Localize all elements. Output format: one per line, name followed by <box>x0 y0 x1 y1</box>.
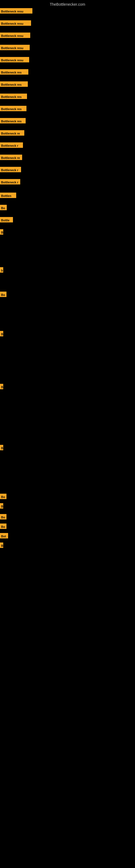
bar-item: Bottleneck r <box>0 179 20 184</box>
bar-label: B <box>0 503 3 508</box>
bar-item: B <box>0 445 3 450</box>
bar-item: Bottleneck res <box>0 69 28 74</box>
bar-label: Bottleneck re <box>0 130 24 135</box>
bar-item: Bottleneck r <box>0 143 23 148</box>
bar-item: Bottleneck res <box>0 106 27 111</box>
bar-label: B <box>0 331 3 336</box>
bar-item: Bottleneck resu <box>0 57 29 62</box>
bar-item: B <box>0 384 3 389</box>
bar-label: Bottleneck re <box>0 155 22 160</box>
bar-label: b <box>0 267 3 273</box>
bar-item: Bottlen <box>0 193 16 198</box>
bar-label: Bottleneck resu <box>0 57 29 62</box>
bar-item: Bottleneck resu <box>0 33 30 38</box>
bar-label: B <box>0 542 3 548</box>
bar-label: Bottleneck res <box>0 94 27 99</box>
bar-label: B <box>0 384 3 389</box>
bar-label: Bottleneck resu <box>0 33 30 38</box>
bar-label: Bo <box>0 205 7 210</box>
bar-label: Bottleneck resu <box>0 45 30 50</box>
bar-label: Bottleneck resu <box>0 8 32 13</box>
bar-item: B <box>0 542 3 548</box>
bar-item: B <box>0 229 3 235</box>
bar-label: Bottleneck res <box>0 69 28 74</box>
bar-label: Bot <box>0 533 8 538</box>
bar-item: Bo <box>0 494 6 499</box>
bar-item: Bo <box>0 524 6 529</box>
bar-label: Bo <box>0 514 6 520</box>
site-title: TheBottlenecker.com <box>0 0 135 9</box>
bar-item: Bo <box>0 205 7 210</box>
bar-item: b <box>0 267 3 273</box>
bar-label: Bo <box>0 524 6 529</box>
bar-item: Bottleneck res <box>0 118 26 123</box>
bar-label: Bottleneck r <box>0 143 23 148</box>
bar-label: Bottlen <box>0 193 16 198</box>
bar-item: Bottleneck resu <box>0 45 30 50</box>
bar-label: Bottleneck res <box>0 118 26 123</box>
bar-label: B <box>0 229 3 235</box>
bar-item: Bottleneck resu <box>0 20 31 26</box>
bar-label: Bottleneck res <box>0 82 28 87</box>
bar-item: Bo <box>0 291 6 297</box>
bar-item: B <box>0 331 3 336</box>
bar-item: Bottleneck r <box>0 167 21 172</box>
bar-item: Bo <box>0 514 6 520</box>
bar-label: Bo <box>0 494 6 499</box>
bar-item: B <box>0 503 3 508</box>
bar-label: Bottleneck r <box>0 167 21 172</box>
bar-item: Bottleneck resu <box>0 8 32 13</box>
bar-label: B <box>0 445 3 450</box>
bar-item: Bottleneck re <box>0 130 24 135</box>
bar-item: Bottle <box>0 217 13 222</box>
bar-label: Bottleneck resu <box>0 20 31 26</box>
bar-label: Bottle <box>0 217 13 222</box>
bar-item: Bottleneck res <box>0 82 28 87</box>
bar-item: Bot <box>0 533 8 538</box>
bar-label: Bo <box>0 291 6 297</box>
bar-item: Bottleneck res <box>0 94 27 99</box>
bar-label: Bottleneck res <box>0 106 27 111</box>
bar-label: Bottleneck r <box>0 179 20 184</box>
bar-item: Bottleneck re <box>0 155 22 160</box>
